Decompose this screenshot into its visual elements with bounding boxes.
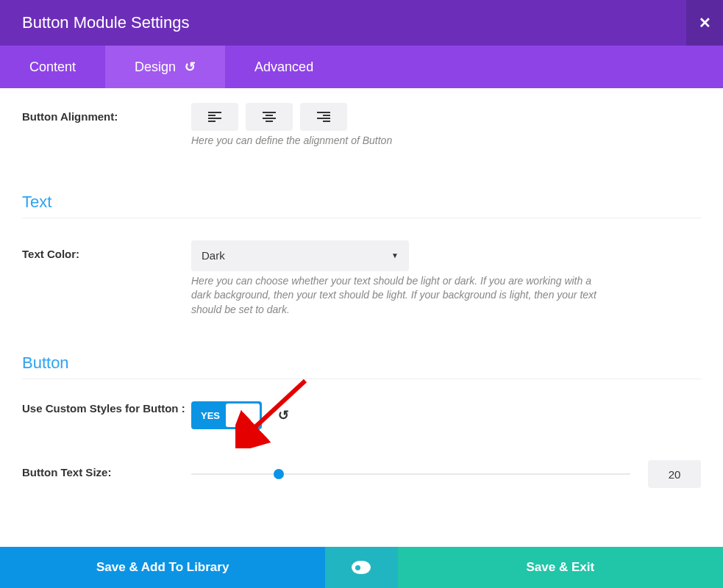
svg-rect-5	[266, 115, 273, 116]
section-text-title: Text	[22, 193, 701, 212]
align-right-button[interactable]	[300, 103, 347, 131]
help-button-alignment: Here you can define the alignment of But…	[191, 134, 610, 148]
custom-styles-toggle[interactable]: YES	[191, 401, 262, 429]
tab-content[interactable]: Content	[0, 46, 105, 88]
svg-rect-9	[323, 115, 330, 116]
text-color-select[interactable]: Dark ▼	[191, 240, 409, 271]
svg-rect-10	[317, 118, 330, 119]
tab-advanced-label: Advanced	[254, 60, 313, 75]
svg-rect-4	[263, 112, 276, 113]
text-size-value[interactable]: 20	[648, 460, 701, 488]
svg-rect-3	[208, 121, 216, 122]
save-add-library-label: Save & Add To Library	[96, 560, 229, 575]
svg-rect-11	[323, 121, 330, 122]
field-text-color: Text Color: Dark ▼ Here you can choose w…	[22, 240, 701, 318]
align-left-icon	[208, 112, 221, 122]
align-left-button[interactable]	[191, 103, 238, 131]
svg-rect-8	[317, 112, 330, 113]
field-button-alignment: Button Alignment: Here you can define th…	[22, 103, 701, 148]
toggle-knob	[226, 404, 260, 427]
tab-advanced[interactable]: Advanced	[225, 46, 343, 88]
svg-rect-1	[208, 115, 216, 116]
svg-rect-6	[263, 118, 276, 119]
align-right-icon	[317, 112, 330, 122]
eye-icon	[352, 561, 371, 574]
settings-content: Button Alignment: Here you can define th…	[0, 88, 723, 547]
label-button-text-size: Button Text Size:	[22, 459, 191, 478]
save-exit-button[interactable]: Save & Exit	[398, 547, 723, 588]
label-custom-styles: Use Custom Styles for Button :	[22, 401, 191, 416]
tab-bar: Content Design ↻ Advanced	[0, 46, 723, 88]
save-add-library-button[interactable]: Save & Add To Library	[0, 547, 325, 588]
label-text-color: Text Color:	[22, 240, 191, 260]
align-center-button[interactable]	[246, 103, 293, 131]
toggle-label-yes: YES	[193, 410, 220, 421]
modal-title: Button Module Settings	[22, 13, 189, 32]
modal-header: Button Module Settings ✕	[0, 0, 723, 46]
close-icon: ✕	[699, 14, 711, 32]
chevron-down-icon: ▼	[391, 251, 399, 259]
tab-design-label: Design	[135, 60, 176, 75]
label-button-alignment: Button Alignment:	[22, 103, 191, 123]
preview-button[interactable]	[325, 547, 397, 588]
text-color-value: Dark	[202, 249, 225, 262]
section-button-title: Button	[22, 354, 701, 373]
close-button[interactable]: ✕	[686, 0, 723, 46]
tab-design[interactable]: Design ↻	[105, 46, 225, 88]
save-exit-label: Save & Exit	[527, 560, 595, 575]
alignment-buttons	[191, 103, 701, 131]
undo-icon: ↻	[185, 59, 196, 75]
reset-button[interactable]: ↻	[278, 407, 289, 423]
svg-rect-7	[266, 121, 273, 122]
text-size-slider[interactable]	[191, 473, 630, 475]
help-text-color: Here you can choose whether your text sh…	[191, 274, 610, 318]
modal-footer: Save & Add To Library Save & Exit	[0, 547, 723, 588]
divider	[22, 379, 701, 379]
tab-content-label: Content	[29, 60, 76, 75]
align-center-icon	[263, 112, 276, 122]
divider	[22, 218, 701, 218]
slider-thumb[interactable]	[274, 469, 284, 479]
svg-rect-2	[208, 118, 221, 119]
svg-rect-0	[208, 112, 221, 113]
field-custom-styles: Use Custom Styles for Button : YES ↻	[22, 401, 701, 429]
field-button-text-size: Button Text Size: 20	[22, 459, 701, 488]
